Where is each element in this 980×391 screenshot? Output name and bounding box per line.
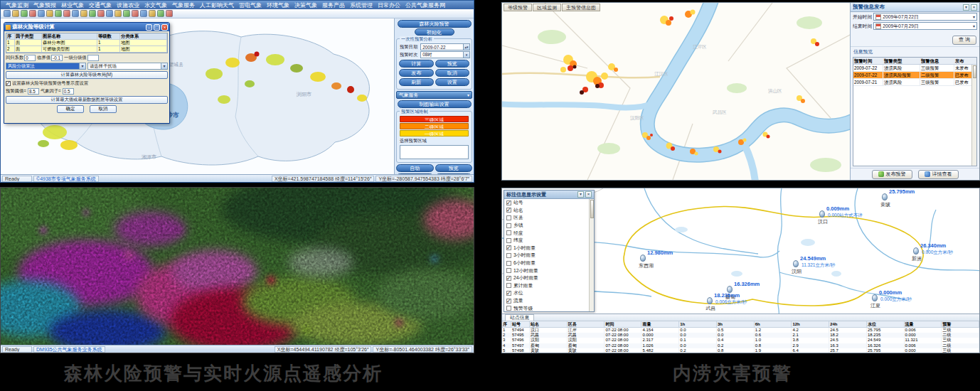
station-table-header[interactable]: 6h	[755, 321, 792, 327]
station-table-row[interactable]: 457497蔡甸蔡甸07-22 08:001.0260.00.20.82.916…	[502, 343, 979, 348]
station-table-header[interactable]: 流量	[905, 321, 942, 327]
station-table-header[interactable]: 序	[502, 321, 511, 327]
scrollbar-thumb[interactable]	[973, 65, 976, 78]
field-input[interactable]: 0	[24, 55, 36, 61]
warning-table-header[interactable]: 发布	[954, 58, 976, 64]
station-table-row[interactable]: 557498黄陂黄陂07-22 08:005.4820.20.81.96.425…	[502, 348, 979, 353]
start-date-picker[interactable]: 2009年07月22日▾	[873, 13, 977, 21]
toolbar-icon[interactable]	[55, 10, 62, 17]
station-table-header[interactable]: 1h	[679, 321, 717, 327]
warning-table-header[interactable]: 预警信息	[920, 58, 954, 64]
panel-bottom-button[interactable]: 预览	[435, 164, 473, 172]
menu-item[interactable]: 决策气象	[292, 1, 319, 9]
toolbar-icon[interactable]	[38, 10, 45, 17]
checkbox[interactable]	[506, 230, 511, 235]
toolbar-icon[interactable]	[157, 10, 164, 17]
menu-item[interactable]: 林业气象	[59, 1, 86, 9]
label-option[interactable]: 6小时雨量	[504, 259, 589, 267]
field-input[interactable]: -0.1	[51, 55, 63, 61]
region-listbox[interactable]	[400, 145, 469, 159]
label-option[interactable]: 3小时雨量	[504, 252, 589, 259]
close-icon[interactable]: ×	[585, 191, 592, 198]
warning-table-row[interactable]: 2009-07-22渍涝风险三级预警未发布	[853, 65, 976, 72]
station-table-header[interactable]: 雨量	[641, 321, 679, 327]
station-table-tab[interactable]: 站点信息	[505, 314, 534, 321]
menu-item[interactable]: 日常办公	[376, 1, 403, 9]
warning-date-input[interactable]: 2009-07-22▴▾	[420, 43, 470, 50]
warning-level-row[interactable]: 一级区域	[400, 130, 469, 136]
toolbar-icon[interactable]	[21, 10, 28, 17]
label-option[interactable]: 区县	[504, 214, 589, 222]
toolbar-icon[interactable]	[97, 10, 105, 17]
station-table-row[interactable]: 357496汉阳汉阳07-22 08:002.3170.10.41.03.824…	[502, 338, 979, 343]
end-date-picker[interactable]: 2009年07月29日▾	[873, 22, 977, 30]
maximize-icon[interactable]: □	[154, 24, 160, 31]
toolbar-icon[interactable]	[46, 10, 53, 17]
calc-fire-level-button[interactable]: 计算森林火险等级布局(M)	[6, 71, 168, 79]
legend-setting-button[interactable]: 计算最大值或最新数据图层等级设置	[6, 96, 168, 104]
menu-item[interactable]: 水文气象	[142, 1, 169, 9]
status-system-link[interactable]: DM935公共气象服务业务系统	[33, 346, 105, 353]
factor-input[interactable]: 0.5	[63, 88, 74, 95]
map-tab[interactable]: 区域监测	[533, 4, 561, 11]
station-table-row[interactable]: 157494汉口江岸07-22 08:004.1540.00.51.24.224…	[502, 328, 979, 333]
collapse-icon[interactable]: ▾	[963, 4, 969, 11]
checkbox[interactable]	[506, 276, 511, 281]
menu-item[interactable]: 人工影响天气	[198, 1, 236, 9]
toolbar-icon[interactable]	[12, 10, 19, 17]
spinner-icon[interactable]: ▴▾	[463, 44, 469, 50]
action-button[interactable]: 刷新	[399, 78, 434, 86]
warning-level-row[interactable]: 二级区域	[400, 123, 469, 129]
checkbox[interactable]	[506, 299, 511, 304]
label-option[interactable]: 预警等级	[504, 304, 589, 311]
label-option[interactable]: 24小时雨量	[504, 274, 589, 282]
warning-level-row[interactable]: 三级区域	[400, 116, 469, 122]
status-system-link[interactable]: ©4938市专项气象服务系统	[33, 176, 99, 182]
station-table-header[interactable]: 12h	[792, 321, 829, 327]
init-button[interactable]: 初始化	[415, 28, 454, 36]
station-map[interactable]: 25.795mm 黄陂 0.009mm 汉口 0.000站方式不详 26.340…	[502, 188, 980, 315]
checkbox[interactable]	[506, 208, 511, 213]
cancel-button[interactable]: 取消	[90, 105, 117, 113]
detail-button[interactable]: 详情查看	[918, 170, 959, 179]
toolbar-icon[interactable]	[4, 10, 11, 17]
checkbox[interactable]	[506, 283, 511, 288]
toolbar-icon[interactable]	[123, 10, 130, 17]
station-table-header[interactable]: 3h	[717, 321, 755, 327]
close-icon[interactable]: ×	[971, 4, 977, 11]
checkbox[interactable]	[506, 245, 511, 250]
checkbox[interactable]	[506, 200, 511, 205]
query-button[interactable]: 查 询	[952, 36, 976, 45]
grid-row[interactable]: 2面可燃物类型图1地图	[6, 46, 167, 53]
toolbar-icon[interactable]	[29, 10, 36, 17]
toolbar-icon[interactable]	[63, 10, 70, 17]
panel-title-button[interactable]: 森林火险预警	[398, 20, 472, 28]
label-option[interactable]: 水位	[504, 289, 589, 297]
field-input[interactable]	[87, 55, 99, 61]
checkbox[interactable]	[506, 253, 511, 258]
panel-scrollbar[interactable]	[589, 199, 594, 311]
label-option[interactable]: 经度	[504, 229, 589, 237]
menu-item[interactable]: 服务产品	[320, 1, 347, 9]
action-button[interactable]: 预览	[435, 60, 470, 68]
menu-item[interactable]: 气象监测	[4, 1, 31, 9]
station-table-header[interactable]: 站号	[511, 321, 530, 327]
toolbar-icon[interactable]	[149, 10, 156, 17]
toolbar-icon[interactable]	[72, 10, 79, 17]
toolbar-icon[interactable]	[114, 10, 122, 17]
checkbox[interactable]	[506, 215, 511, 220]
map-output-button[interactable]: 制图输出设置	[398, 100, 472, 108]
checkbox[interactable]	[506, 291, 511, 296]
station-table-row[interactable]: 257495武昌武昌07-22 08:000.0000.00.00.62.118…	[502, 333, 979, 338]
close-icon[interactable]: ×	[161, 24, 168, 31]
ok-button[interactable]: 确定	[57, 105, 84, 113]
warning-table-header[interactable]: 预警类型	[883, 58, 920, 64]
satellite-image[interactable]	[1, 188, 474, 346]
label-option[interactable]: 1小时雨量	[504, 245, 589, 252]
threshold-input[interactable]: 8.5	[28, 88, 39, 95]
checkbox[interactable]	[506, 306, 511, 311]
checkbox[interactable]	[506, 268, 511, 273]
checkbox[interactable]	[506, 238, 511, 243]
menu-item[interactable]: 交通气象	[87, 1, 114, 9]
warning-table-header[interactable]: 预警时间	[853, 58, 883, 64]
